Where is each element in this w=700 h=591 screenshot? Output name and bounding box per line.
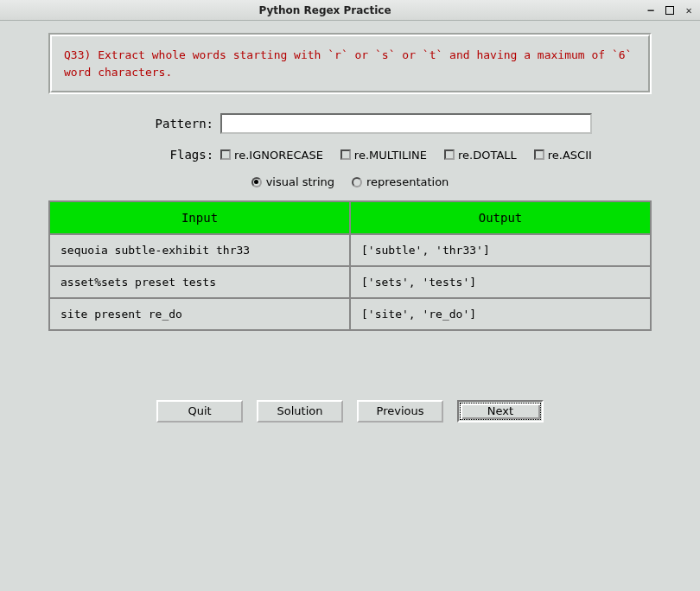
button-row: Quit Solution Previous Next [17, 400, 683, 423]
radio-visual-string[interactable]: visual string [251, 175, 334, 188]
window-title: Python Regex Practice [5, 4, 645, 16]
cell-output: ['subtle', 'thr33'] [350, 234, 651, 266]
client-area: Q33) Extract whole words starting with `… [0, 21, 700, 435]
quit-button[interactable]: Quit [156, 400, 243, 423]
next-button[interactable]: Next [457, 400, 544, 423]
radio-icon [251, 177, 262, 187]
checkbox-icon [340, 149, 351, 160]
pattern-row: Pattern: [17, 113, 683, 134]
table-row: sequoia subtle-exhibit thr33 ['subtle', … [49, 234, 651, 266]
flag-label: re.DOTALL [458, 149, 517, 162]
close-icon[interactable] [683, 4, 695, 16]
flag-dotall[interactable]: re.DOTALL [444, 149, 517, 162]
radio-label: visual string [266, 175, 334, 188]
cell-input: site present re_do [49, 298, 350, 330]
radio-icon [352, 177, 362, 187]
maximize-icon[interactable] [665, 6, 674, 15]
io-table: Input Output sequoia subtle-exhibit thr3… [48, 200, 652, 331]
flag-multiline[interactable]: re.MULTILINE [340, 149, 427, 162]
header-input: Input [49, 201, 350, 234]
flag-label: re.ASCII [548, 149, 592, 162]
view-mode-row: visual string representation [17, 175, 683, 188]
pattern-input[interactable] [220, 113, 592, 134]
table-row: site present re_do ['site', 're_do'] [49, 298, 651, 330]
flag-ascii[interactable]: re.ASCII [534, 149, 592, 162]
flag-ignorecase[interactable]: re.IGNORECASE [220, 149, 323, 162]
pattern-label: Pattern: [108, 117, 213, 130]
checkbox-icon [534, 149, 544, 160]
window-buttons [645, 4, 695, 16]
checkbox-icon [220, 149, 231, 160]
solution-button[interactable]: Solution [257, 400, 343, 423]
flags-row: Flags: re.IGNORECASE re.MULTILINE re.DOT… [17, 148, 683, 162]
cell-output: ['sets', 'tests'] [350, 266, 651, 298]
titlebar: Python Regex Practice [0, 0, 700, 21]
table-header-row: Input Output [49, 201, 651, 234]
flags-group: re.IGNORECASE re.MULTILINE re.DOTALL re.… [220, 149, 592, 162]
cell-output: ['site', 're_do'] [350, 298, 651, 330]
cell-input: sequoia subtle-exhibit thr33 [49, 234, 350, 266]
flag-label: re.MULTILINE [354, 149, 427, 162]
radio-label: representation [366, 175, 449, 188]
flag-label: re.IGNORECASE [234, 149, 323, 162]
question-panel: Q33) Extract whole words starting with `… [48, 33, 652, 94]
radio-representation[interactable]: representation [352, 175, 449, 188]
previous-button[interactable]: Previous [357, 400, 443, 423]
cell-input: asset%sets preset tests [49, 266, 350, 298]
flags-label: Flags: [108, 148, 213, 162]
minimize-icon[interactable] [645, 4, 657, 16]
question-text: Q33) Extract whole words starting with `… [50, 35, 650, 92]
header-output: Output [350, 201, 651, 234]
table-row: asset%sets preset tests ['sets', 'tests'… [49, 266, 651, 298]
checkbox-icon [444, 149, 455, 160]
